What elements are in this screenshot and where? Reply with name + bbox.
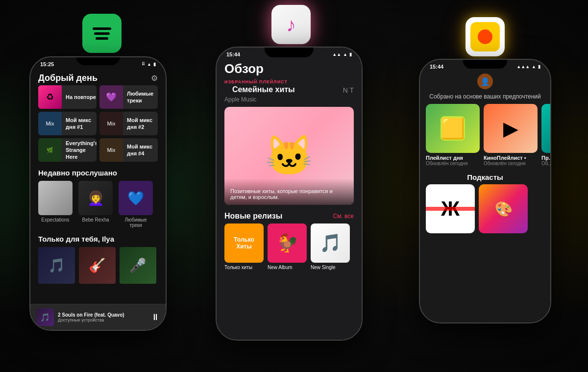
yandex-card-0[interactable]: 🟨 Плейлист дня Обновлён сегодня	[426, 104, 480, 166]
tile-repeat-img: ♻	[38, 85, 62, 109]
podcast-colorful[interactable]: 🎨	[479, 184, 528, 233]
recent-item-2[interactable]: 💙 Любимые треки	[119, 181, 153, 228]
tile-repeat-label: На повторе	[66, 94, 96, 100]
release-label-1: New Album	[268, 265, 307, 270]
yandex-card-sub-2: Об...	[541, 161, 550, 166]
recently-played-list: Expectations 👩‍🦱 Bebe Rexha 💙 Любимые тр…	[30, 181, 166, 233]
yandex-status-icons: ▲▲▲ ▲ ▮	[516, 64, 540, 69]
tile-mix2[interactable]: Mix Мой микс дня #2	[99, 112, 158, 135]
status-icons: ⠿ ▲ ▮	[142, 62, 156, 67]
apple-status-icons: ▲▲ ▲ ▮	[332, 52, 352, 57]
for-you-img-0: 🎵	[38, 247, 75, 284]
apple-signal-icon: ▲▲	[332, 52, 341, 57]
apple-featured-title: Семейные хиты	[224, 85, 303, 95]
apple-hero-image[interactable]: 🐱 Позитивные хиты, которые понравятся и …	[224, 107, 354, 205]
tile-mix1[interactable]: Mix Мой микс дня #1	[38, 112, 97, 135]
yandex-card-title-0: Плейлист дня	[426, 155, 480, 161]
spotify-tiles-grid: ♻ На повторе 💜 Любимые треки Mix Мой мик…	[30, 85, 166, 167]
playlist-day-icon: 🟨	[441, 116, 465, 141]
user-avatar[interactable]: 👤	[477, 74, 493, 89]
yandex-card-img-2: 🎵	[541, 104, 550, 153]
apple-music-phone: 15:44 ▲▲ ▲ ▮ Обзор ИЗБРАННЫЙ ПЛЕЙЛИСТ Се…	[216, 47, 363, 341]
yandex-music-screen: 15:44 ▲▲▲ ▲ ▮ 👤 Собрано на основе ваших …	[420, 60, 550, 322]
battery-icon: ▮	[153, 62, 156, 67]
podcast-jf[interactable]: Ж	[426, 184, 475, 233]
tile-strange-label: Everything's Strange Here	[66, 140, 97, 161]
recent-img-2: 💙	[119, 181, 153, 215]
see-all-button[interactable]: См. все	[333, 213, 354, 220]
now-playing-sub: Доступные устройства	[58, 318, 147, 322]
yandex-signal-icon: ▲▲▲	[516, 64, 530, 69]
yandex-card-sub-1: Обновлён сегодня	[484, 161, 538, 166]
release-img-2: 🎵	[311, 223, 350, 263]
tile-fav-img: 💜	[99, 85, 123, 109]
for-you-img-2: 🎤	[120, 247, 156, 284]
music-note-icon: ♪	[286, 15, 296, 34]
apple-notch	[265, 48, 314, 57]
tile-mix2-label: Мой микс дня #2	[127, 117, 158, 131]
apple-status-bar: 15:44 ▲▲ ▲ ▮	[217, 48, 362, 59]
yandex-card-2[interactable]: 🎵 Пр... Об...	[541, 104, 550, 166]
yandex-time: 15:44	[430, 64, 443, 70]
podcasts-list: Ж 🎨	[420, 184, 550, 233]
tile-strange-img: 🌿	[38, 138, 62, 162]
yandex-status-bar: 15:44 ▲▲▲ ▲ ▮	[420, 60, 550, 72]
apple-battery-icon: ▮	[349, 52, 352, 57]
release-img-1: 🐓	[268, 223, 307, 263]
yandex-music-app-icon[interactable]	[466, 17, 505, 56]
yandex-card-1[interactable]: ▶ КиноПлейлист • Обновлён сегодня	[484, 104, 538, 166]
tile-favorites[interactable]: 💜 Любимые треки	[99, 85, 158, 109]
tile-mix4[interactable]: Mix Мой микс дня #4	[99, 138, 158, 162]
tile-mix4-img: Mix	[99, 138, 123, 162]
apple-next-icon: N T	[343, 86, 354, 94]
apple-music-app-icon[interactable]: ♪	[271, 5, 311, 44]
avatar-container: 👤	[420, 74, 550, 91]
tile-mix2-img: Mix	[99, 112, 123, 135]
for-you-img-1: 🎸	[79, 247, 116, 284]
colorful-emoji: 🎨	[494, 200, 513, 218]
apple-music-screen: 15:44 ▲▲ ▲ ▮ Обзор ИЗБРАННЫЙ ПЛЕЙЛИСТ Се…	[217, 48, 362, 340]
apple-featured-label: ИЗБРАННЫЙ ПЛЕЙЛИСТ	[217, 79, 362, 85]
pause-button[interactable]: ⏸	[151, 312, 160, 322]
for-you-item-1[interactable]: 🎸	[79, 247, 116, 284]
recent-img-1: 👩‍🦱	[78, 181, 113, 215]
apple-featured-sub: Apple Music	[217, 96, 362, 107]
now-playing-bar[interactable]: 🎵 2 Souls on Fire (feat. Quavo) Доступны…	[30, 304, 166, 330]
recent-label-1: Bebe Rexha	[82, 217, 109, 223]
tile-mix4-label: Мой микс дня #4	[127, 143, 158, 157]
spotify-status-bar: 15:25 ⠿ ▲ ▮	[30, 57, 166, 69]
grid-icon: ⠿	[142, 62, 145, 67]
apple-wifi-icon: ▲	[343, 52, 347, 57]
release-0[interactable]: Только Хиты Только хиты	[224, 223, 264, 270]
yandex-cards-list: 🟨 Плейлист дня Обновлён сегодня ▶ КиноПл…	[420, 104, 550, 170]
yandex-card-title-2: Пр...	[541, 155, 550, 161]
settings-icon[interactable]: ⚙	[151, 74, 158, 83]
apple-hero-caption: Позитивные хиты, которые понравятся и де…	[224, 178, 354, 205]
releases-list: Только Хиты Только хиты 🐓 New Album 🎵 Ne…	[217, 223, 362, 270]
recent-label-2: Любимые треки	[119, 217, 153, 228]
for-you-item-2[interactable]: 🎤	[120, 247, 156, 284]
spotify-screen: 15:25 ⠿ ▲ ▮ Добрый день ⚙ ♻ На повторе	[30, 57, 166, 330]
for-you-item-0[interactable]: 🎵	[38, 247, 75, 284]
new-releases-header: Новые релизы См. все	[217, 210, 362, 223]
release-1[interactable]: 🐓 New Album	[268, 223, 307, 270]
avatar-emoji: 👤	[480, 77, 490, 86]
tile-mix1-label: Мой микс дня #1	[66, 117, 97, 131]
greeting-text: Добрый день	[38, 73, 98, 83]
recent-item-1[interactable]: 👩‍🦱 Bebe Rexha	[78, 181, 113, 228]
yandex-card-title-1: КиноПлейлист •	[484, 155, 538, 161]
cat-emoji: 🐱	[265, 133, 314, 179]
release-2[interactable]: 🎵 New Single	[311, 223, 350, 270]
for-you-list: 🎵 🎸 🎤	[30, 247, 166, 284]
yandex-battery-icon: ▮	[538, 64, 540, 69]
notch	[76, 57, 120, 65]
tile-repeat[interactable]: ♻ На повторе	[38, 85, 97, 109]
yandex-card-sub-0: Обновлён сегодня	[426, 161, 480, 166]
now-playing-img: 🎵	[36, 308, 54, 326]
yandex-notch	[463, 60, 507, 69]
podcasts-title: Подкасты	[420, 170, 550, 184]
wifi-icon: ▲	[147, 62, 151, 67]
recent-item-0[interactable]: Expectations	[38, 181, 73, 228]
spotify-app-icon[interactable]	[82, 14, 122, 53]
tile-strange[interactable]: 🌿 Everything's Strange Here	[38, 138, 97, 162]
